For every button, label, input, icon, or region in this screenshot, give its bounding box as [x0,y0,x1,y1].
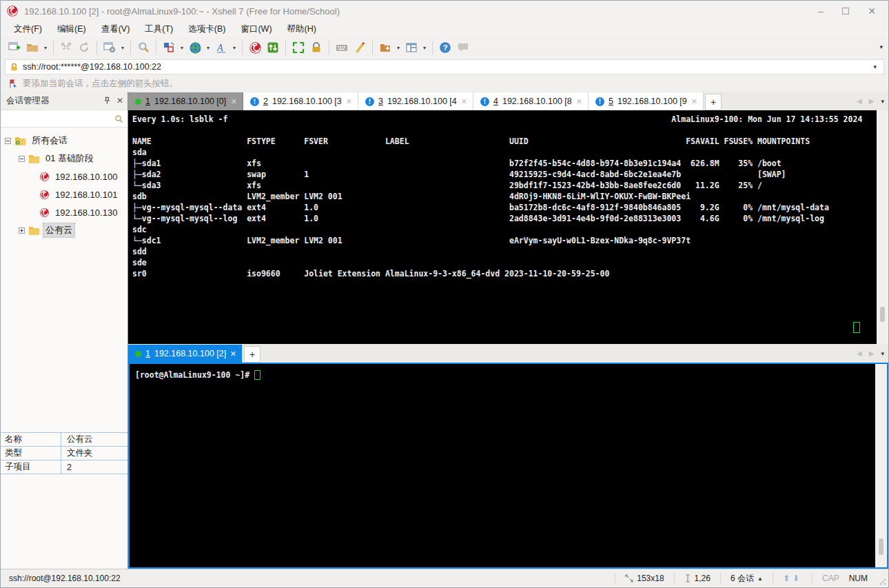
sidebar-item-session[interactable]: 192.168.10.100 [1,168,127,185]
session-tab[interactable]: !3192.168.10.100 [4]✕ [358,92,473,110]
upper-terminal-scrollbar[interactable] [877,110,888,344]
tab-scroll-left-icon[interactable]: ◀ [857,97,862,105]
lock-keyboard-icon[interactable] [308,39,325,56]
terminal-line: ├─sda2swap149215925-c9d4-4acd-8abd-6bc2e… [132,169,877,180]
terminal-size: 153x18 [637,574,664,583]
menu-item[interactable]: 窗口(W) [234,22,278,37]
tab-close-icon[interactable]: ✕ [691,97,697,106]
menu-item[interactable]: 文件(F) [8,22,48,37]
session-tab[interactable]: !2192.168.10.100 [3]✕ [243,92,358,110]
svg-text:A: A [216,43,223,53]
tile-layout-icon[interactable] [403,39,420,56]
property-value: 文件夹 [61,447,93,459]
fullscreen-icon[interactable] [290,39,307,56]
tile-layout-dropdown[interactable]: ▾ [421,45,428,51]
property-value: 公有云 [61,434,93,445]
tab-number: 3 [378,97,383,106]
sidebar-item-session[interactable]: 192.168.10.130 [1,203,127,221]
session-tab[interactable]: !5192.168.10.100 [9]✕ [589,92,704,110]
new-tab-folder-dropdown[interactable]: ▾ [395,45,402,51]
close-button[interactable]: ✕ [868,6,876,17]
lower-tab-list-dropdown[interactable]: ▾ [881,350,884,357]
highlight-pen-icon[interactable] [351,39,368,56]
new-tab-folder-icon[interactable] [377,39,394,56]
property-label: 类型 [1,447,61,460]
menu-item[interactable]: 编辑(E) [51,22,92,37]
tab-number: 1 [145,97,150,106]
terminal-line: sdbLVM2_memberLVM2 0014dROj9-HKN8-6LiM-W… [132,191,877,202]
resize-grip[interactable] [879,578,886,585]
session-tab[interactable]: !4192.168.10.100 [8]✕ [473,92,589,110]
terminal-line: sdd [132,246,877,257]
lower-scrollbar-thumb[interactable] [879,538,883,555]
sidebar-item-folder[interactable]: 01 基础阶段 [1,150,127,168]
tab-close-icon[interactable]: ✕ [461,97,467,106]
tab-close-icon[interactable]: ✕ [231,97,237,106]
tab-close-icon[interactable]: ✕ [346,97,352,106]
expand-icon[interactable] [19,227,25,234]
layout-compose-dropdown[interactable]: ▾ [178,45,185,51]
lower-tab-scroll-left-icon[interactable]: ◀ [857,349,862,357]
session-icon [39,190,50,200]
collapse-icon[interactable] [19,156,25,162]
panel-close-icon[interactable]: ✕ [116,96,123,105]
virtual-keyboard-icon[interactable] [334,39,350,56]
sidebar-item-folder[interactable]: 公有云 [1,221,127,239]
encoding-globe-dropdown[interactable]: ▾ [205,45,212,51]
help-icon[interactable]: ? [437,39,453,56]
toolbar-overflow-dropdown[interactable]: ▾ [879,43,883,50]
tab-scroll-right-icon[interactable]: ▶ [869,97,875,105]
lower-tab-strip: 1192.168.10.100 [2]✕+ ◀ ▶ ▾ [128,344,888,363]
find-icon[interactable] [135,39,152,56]
lower-terminal-scrollbar[interactable] [875,364,887,567]
tab-close-icon[interactable]: ✕ [576,97,582,106]
session-count-button[interactable]: 6 会话 ▲ [730,573,763,585]
address-input[interactable]: ssh://root:******@192.168.10.100:22 [23,62,869,72]
layout-compose-icon[interactable] [161,39,177,56]
new-tab-button[interactable]: + [244,346,260,363]
minimize-button[interactable]: – [818,6,824,17]
open-folder-dropdown[interactable]: ▾ [42,45,49,51]
sidebar-item-folder[interactable]: 所有会话 [1,132,127,150]
terminal-line: └─sda3xfs29bdf1f7-1523-42b4-b3bb-8ae8fee… [132,180,877,191]
new-session-icon[interactable] [6,39,23,56]
tab-close-icon[interactable]: ✕ [230,349,236,358]
terminal-line: sda [132,147,877,158]
title-bar: 192.168.10.100 [2] - root@AlmaLinux9-100… [1,1,888,21]
font-dropdown[interactable]: ▾ [231,45,238,51]
menu-item[interactable]: 帮助(H) [281,22,323,37]
tab-list-dropdown[interactable]: ▾ [881,98,884,105]
pin-icon[interactable] [103,97,111,105]
menu-item[interactable]: 选项卡(B) [182,22,232,37]
terminal-size-icon [625,574,633,582]
new-tab-button[interactable]: + [705,94,722,110]
session-properties-icon[interactable] [101,39,118,56]
xshell-icon[interactable] [247,39,263,56]
session-icon [39,172,50,182]
tab-label: 192.168.10.100 [8] [502,97,572,106]
lower-terminal-cursor [254,370,260,380]
alert-badge-icon: ! [480,97,489,106]
session-properties-dropdown[interactable]: ▾ [119,45,126,51]
search-icon[interactable] [114,114,123,123]
font-icon[interactable]: A [213,39,229,56]
menu-item[interactable]: 查看(V) [95,22,136,37]
session-tab[interactable]: 1192.168.10.100 [0]✕ [128,92,243,110]
tree-item-label: 01 基础阶段 [43,152,96,165]
address-dropdown[interactable]: ▾ [873,63,879,70]
maximize-button[interactable]: ☐ [841,6,850,17]
upper-terminal-cursor [853,322,860,333]
session-tab[interactable]: 1192.168.10.100 [2]✕ [128,345,243,363]
collapse-icon[interactable] [5,138,11,144]
encoding-globe-icon[interactable] [187,39,203,56]
open-folder-icon[interactable] [24,39,41,56]
xftp-icon[interactable] [265,39,281,56]
upper-scrollbar-thumb[interactable] [880,307,885,322]
upper-terminal[interactable]: Every 1.0s: lsblk -fAlmaLinux9-100: Mon … [128,110,877,344]
sidebar-item-session[interactable]: 192.168.10.101 [1,185,127,203]
lower-terminal[interactable]: [root@AlmaLinux9-100 ~]# [130,364,875,567]
session-search-input[interactable] [5,114,114,123]
address-bar: ssh://root:******@192.168.10.100:22 ▾ [1,59,888,75]
menu-item[interactable]: 工具(T) [139,22,179,37]
lower-tab-scroll-right-icon[interactable]: ▶ [869,349,875,357]
